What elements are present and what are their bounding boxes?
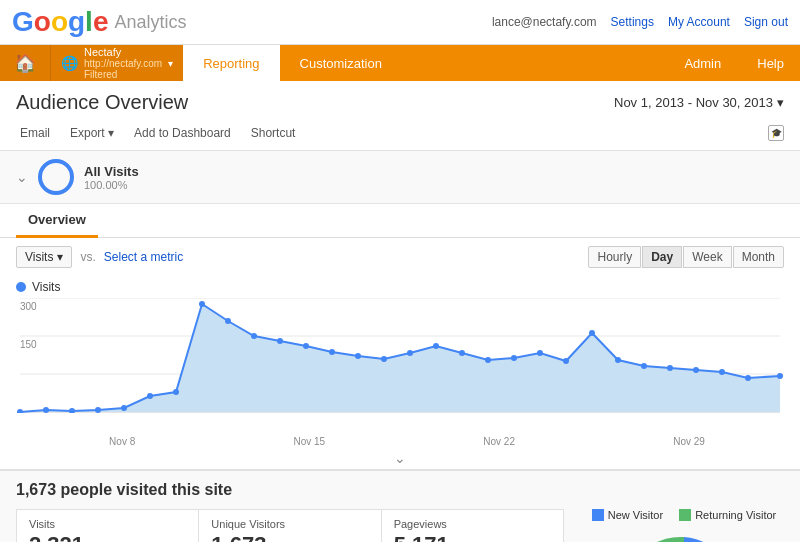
chart-controls: Visits ▾ vs. Select a metric Hourly Day … [0, 238, 800, 276]
returning-visitor-label: Returning Visitor [695, 509, 776, 521]
svg-point-9 [69, 408, 75, 413]
svg-point-22 [407, 350, 413, 356]
svg-point-8 [43, 407, 49, 413]
content: Audience Overview Nov 1, 2013 - Nov 30, … [0, 81, 800, 542]
metric-unique-label: Unique Visitors [211, 518, 368, 530]
tab-overview[interactable]: Overview [16, 204, 98, 238]
segment-chevron[interactable]: ⌄ [16, 169, 28, 185]
legend-dot [16, 282, 26, 292]
svg-point-21 [381, 356, 387, 362]
navbar: 🏠 🌐 Nectafy http://nectafy.com Filtered … [0, 45, 800, 81]
time-hourly[interactable]: Hourly [588, 246, 641, 268]
svg-point-7 [17, 409, 23, 413]
select-metric-link[interactable]: Select a metric [104, 250, 183, 264]
svg-marker-6 [20, 304, 780, 412]
metric-arrow: ▾ [57, 250, 63, 264]
segment-area: ⌄ All Visits 100.00% [0, 151, 800, 204]
x-label-nov29: Nov 29 [673, 436, 705, 447]
x-label-nov22: Nov 22 [483, 436, 515, 447]
user-email: lance@nectafy.com [492, 15, 597, 29]
stats-headline: 1,673 people visited this site [16, 481, 784, 499]
metrics-grid: Visits 2,321 Unique Visitors 1,673 [16, 509, 564, 542]
toolbar: Email Export ▾ Add to Dashboard Shortcut… [0, 120, 800, 151]
email-button[interactable]: Email [16, 124, 54, 142]
svg-point-36 [777, 373, 783, 379]
metric-pageviews: Pageviews 5,171 [382, 510, 564, 542]
site-dropdown-icon: ▾ [168, 58, 173, 69]
site-name: Nectafy [84, 46, 162, 58]
new-visitor-color [592, 509, 604, 521]
vs-text: vs. [80, 250, 95, 264]
svg-point-19 [329, 349, 335, 355]
shortcut-button[interactable]: Shortcut [247, 124, 300, 142]
time-week[interactable]: Week [683, 246, 731, 268]
svg-point-24 [459, 350, 465, 356]
site-url: http://nectafy.com [84, 58, 162, 69]
date-range-selector[interactable]: Nov 1, 2013 - Nov 30, 2013 ▾ [614, 95, 784, 110]
svg-point-30 [615, 357, 621, 363]
settings-link[interactable]: Settings [611, 15, 654, 29]
metrics-table: Visits 2,321 Unique Visitors 1,673 [16, 509, 564, 542]
svg-point-27 [537, 350, 543, 356]
svg-point-10 [95, 407, 101, 413]
svg-point-11 [121, 405, 127, 411]
svg-point-34 [719, 369, 725, 375]
segment-percent: 100.00% [84, 179, 139, 191]
metric-pageviews-value: 5,171 [394, 532, 551, 542]
page-title: Audience Overview [16, 91, 188, 114]
page-header: Audience Overview Nov 1, 2013 - Nov 30, … [0, 81, 800, 120]
svg-point-25 [485, 357, 491, 363]
svg-point-12 [147, 393, 153, 399]
metric-selector[interactable]: Visits ▾ [16, 246, 72, 268]
stats-content: Visits 2,321 Unique Visitors 1,673 [16, 509, 784, 542]
export-button[interactable]: Export ▾ [66, 124, 118, 142]
my-account-link[interactable]: My Account [668, 15, 730, 29]
segment-circle [38, 159, 74, 195]
shortcut-icon[interactable]: 🎓 [768, 125, 784, 141]
date-range-text: Nov 1, 2013 - Nov 30, 2013 [614, 95, 773, 110]
svg-point-14 [199, 301, 205, 307]
time-day[interactable]: Day [642, 246, 682, 268]
tab-reporting[interactable]: Reporting [183, 45, 279, 81]
time-month[interactable]: Month [733, 246, 784, 268]
pie-chart-area: New Visitor Returning Visitor [564, 509, 784, 542]
svg-point-29 [589, 330, 595, 336]
sign-out-link[interactable]: Sign out [744, 15, 788, 29]
time-buttons: Hourly Day Week Month [588, 246, 784, 268]
site-selector[interactable]: 🌐 Nectafy http://nectafy.com Filtered ▾ [50, 45, 183, 81]
metric-label: Visits [25, 250, 53, 264]
home-button[interactable]: 🏠 [0, 45, 50, 81]
site-filter: Filtered [84, 69, 162, 80]
x-label-nov8: Nov 8 [109, 436, 135, 447]
logo: Google Analytics [12, 6, 187, 38]
tab-customization[interactable]: Customization [280, 45, 402, 81]
scroll-down-icon[interactable]: ⌄ [394, 450, 406, 466]
analytics-label: Analytics [114, 12, 186, 33]
new-visitor-label: New Visitor [608, 509, 663, 521]
date-range-arrow: ▾ [777, 95, 784, 110]
nav-spacer [402, 45, 664, 81]
metric-visits-label: Visits [29, 518, 186, 530]
svg-text:150: 150 [20, 339, 37, 350]
overview-tabs: Overview [0, 204, 800, 238]
metric-unique: Unique Visitors 1,673 [199, 510, 381, 542]
svg-point-15 [225, 318, 231, 324]
svg-point-20 [355, 353, 361, 359]
x-label-nov15: Nov 15 [293, 436, 325, 447]
metric-visits-value: 2,321 [29, 532, 186, 542]
chart-area: Visits 300 150 [0, 276, 800, 436]
svg-point-13 [173, 389, 179, 395]
svg-point-16 [251, 333, 257, 339]
segment-label: All Visits [84, 164, 139, 179]
add-to-dashboard-button[interactable]: Add to Dashboard [130, 124, 235, 142]
chart-left-controls: Visits ▾ vs. Select a metric [16, 246, 183, 268]
help-link[interactable]: Help [741, 45, 800, 81]
returning-visitor-legend: Returning Visitor [679, 509, 776, 521]
legend-label: Visits [32, 280, 60, 294]
pie-chart: 68.3% 31.7% [604, 527, 764, 542]
svg-point-28 [563, 358, 569, 364]
google-logo: Google [12, 6, 108, 38]
admin-link[interactable]: Admin [664, 45, 741, 81]
pie-legend: New Visitor Returning Visitor [592, 509, 777, 521]
new-visitor-legend: New Visitor [592, 509, 663, 521]
